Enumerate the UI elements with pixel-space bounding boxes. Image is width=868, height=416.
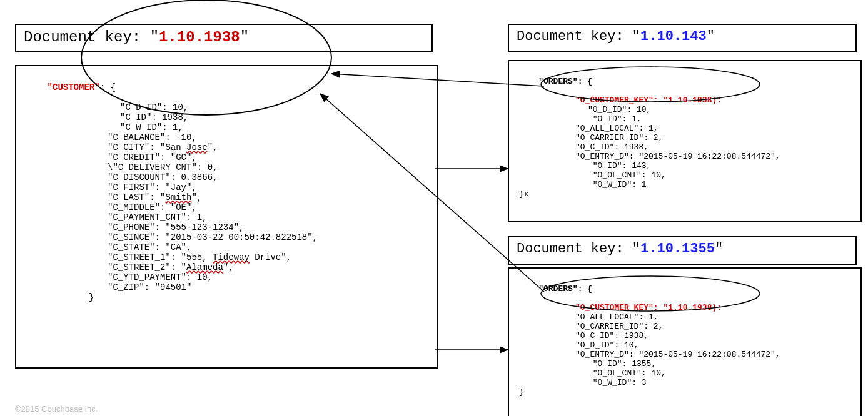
orders1-dockey-box: Document key: "1.10.143" [508, 24, 857, 52]
orders2-close-brace: } [519, 387, 850, 397]
customer-fields: "C_D_ID": 10,"C_ID": 1938,"C_W_ID": 1,"C… [26, 102, 426, 292]
orders1-doc-box: "ORDERS": { "O_CUSTOMER_KEY": "1.10.1938… [508, 60, 862, 222]
field-line: "C_LAST": "Smith", [26, 192, 426, 202]
field-line: "O_ID": 1, [519, 114, 850, 124]
field-line: "O_D_ID": 10, [519, 340, 850, 350]
customer-doc-box: "CUSTOMER": { "C_D_ID": 10,"C_ID": 1938,… [15, 65, 438, 369]
field-line: "C_FIRST": "Jay", [26, 182, 426, 192]
field-line: "O_ALL_LOCAL": 1, [519, 124, 850, 133]
field-line: "C_SINCE": "2015-03-22 00:50:42.822518", [26, 232, 426, 242]
orders1-fields: "O_D_ID": 10, "O_ID": 1,"O_ALL_LOCAL": 1… [519, 105, 850, 189]
dockey-quote-close: " [707, 29, 715, 44]
dockey-quote-close: " [715, 241, 723, 257]
field-line: "O_W_ID": 3 [519, 378, 850, 387]
field-line: "C_CREDIT": "GC", [26, 152, 426, 162]
field-line: "C_DISCOUNT": 0.3866, [26, 172, 426, 182]
field-line: "O_ID": 1355, [519, 359, 850, 369]
field-line: "C_PHONE": "555-123-1234", [26, 222, 426, 232]
field-line: "O_ENTRY_D": "2015-05-19 16:22:08.544472… [519, 350, 850, 359]
dockey-quote-open: " [632, 29, 640, 44]
orders2-header-line: "ORDERS": { [519, 275, 850, 303]
customer-header-opener: : { [100, 82, 116, 92]
field-line: "C_D_ID": 10, [26, 102, 426, 112]
footer-copyright: ©2015 Couchbase Inc. [15, 404, 98, 414]
dockey-label: Document key: [24, 29, 150, 46]
customer-header-line: "CUSTOMER": { [26, 72, 426, 102]
field-line: "C_PAYMENT_CNT": 1, [26, 212, 426, 222]
field-line: "O_CARRIER_ID": 2, [519, 133, 850, 142]
orders2-header: "ORDERS": { [538, 284, 592, 294]
orders2-fk-line: "O_CUSTOMER_KEY": "1.10.1938): [519, 303, 850, 312]
field-line: "O_D_ID": 10, [519, 105, 850, 114]
field-line: "O_W_ID": 1 [519, 180, 850, 189]
customer-dockey-box: Document key: "1.10.1938" [15, 24, 433, 52]
field-line: "C_MIDDLE": "OE", [26, 202, 426, 212]
field-line: "O_OL_CNT": 10, [519, 171, 850, 180]
orders2-doc-box: "ORDERS": { "O_CUSTOMER_KEY": "1.10.1938… [508, 267, 862, 416]
field-line: \"C_DELIVERY_CNT": 0, [26, 162, 426, 172]
dockey-quote-close: " [240, 29, 249, 46]
orders1-fk-line: "O_CUSTOMER_KEY": "1.10.1938): [519, 96, 850, 105]
dockey-quote-open: " [632, 241, 640, 257]
orders2-fields: "O_ALL_LOCAL": 1,"O_CARRIER_ID": 2,"O_C_… [519, 312, 850, 387]
field-line: "C_STREET_2": "Alameda", [26, 262, 426, 272]
customer-dockey-value: 1.10.1938 [159, 29, 240, 46]
field-line: "O_ENTRY_D": "2015-05-19 16:22:08.544472… [519, 152, 850, 161]
field-line: "O_C_ID": 1938, [519, 331, 850, 340]
field-line: "C_YTD_PAYMENT": 10, [26, 272, 426, 282]
orders1-header-line: "ORDERS": { [519, 67, 850, 96]
dockey-label: Document key: [517, 241, 632, 257]
field-line: "C_W_ID": 1, [26, 122, 426, 132]
orders1-close-brace: }x [519, 189, 850, 199]
field-line: "C_BALANCE": -10, [26, 132, 426, 142]
customer-close-brace: } [26, 292, 426, 302]
field-line: "C_ID": 1938, [26, 112, 426, 122]
orders2-dockey-value: 1.10.1355 [640, 241, 715, 257]
field-line: "O_ID": 143, [519, 161, 850, 171]
orders1-header: "ORDERS": { [538, 77, 592, 86]
field-line: "O_CARRIER_ID": 2, [519, 322, 850, 331]
field-line: "C_STATE": "CA", [26, 242, 426, 252]
dockey-quote-open: " [150, 29, 159, 46]
orders2-dockey-box: Document key: "1.10.1355" [508, 236, 857, 265]
orders1-dockey-value: 1.10.143 [640, 29, 707, 44]
field-line: "O_C_ID": 1938, [519, 142, 850, 152]
field-line: "C_STREET_1": "555, Tideway Drive", [26, 252, 426, 262]
field-line: "O_OL_CNT": 10, [519, 369, 850, 378]
field-line: "C_CITY": "San Jose", [26, 142, 426, 152]
dockey-label: Document key: [517, 29, 632, 44]
field-line: "C_ZIP": "94501" [26, 282, 426, 292]
customer-header-label: "CUSTOMER" [48, 82, 100, 92]
field-line: "O_ALL_LOCAL": 1, [519, 312, 850, 322]
